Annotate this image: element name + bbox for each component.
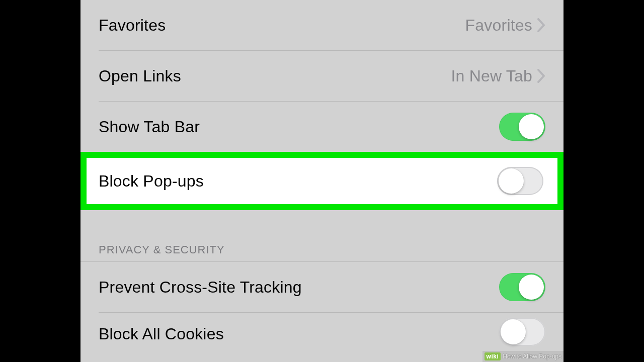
toggle-knob bbox=[501, 319, 526, 344]
section-gap bbox=[80, 210, 564, 243]
row-value: Favorites bbox=[465, 16, 532, 35]
row-label: Prevent Cross-Site Tracking bbox=[99, 278, 302, 297]
highlight-block-popups: Block Pop-ups bbox=[80, 152, 564, 210]
settings-row-prevent-tracking: Prevent Cross-Site Tracking bbox=[80, 262, 564, 312]
watermark-text: How to Allow Pop-ups bbox=[503, 353, 561, 360]
toggle-show-tab-bar[interactable] bbox=[499, 113, 545, 141]
section-header-privacy: PRIVACY & SECURITY bbox=[80, 243, 564, 261]
row-label: Show Tab Bar bbox=[99, 118, 200, 136]
row-value: In New Tab bbox=[451, 67, 533, 85]
toggle-block-cookies[interactable] bbox=[499, 318, 545, 346]
settings-row-favorites[interactable]: Favorites Favorites bbox=[80, 0, 564, 50]
watermark: wiki How to Allow Pop-ups bbox=[482, 351, 564, 362]
row-label: Block Pop-ups bbox=[99, 172, 204, 191]
settings-row-open-links[interactable]: Open Links In New Tab bbox=[80, 51, 564, 101]
toggle-knob bbox=[519, 114, 544, 139]
wikihow-logo: wiki bbox=[485, 352, 501, 360]
settings-row-block-cookies: Block All Cookies bbox=[80, 313, 564, 343]
toggle-block-popups[interactable] bbox=[497, 167, 543, 195]
chevron-right-icon bbox=[537, 69, 545, 83]
row-label: Favorites bbox=[99, 16, 166, 35]
toggle-knob bbox=[519, 275, 544, 300]
row-value-group: Favorites bbox=[465, 16, 545, 35]
settings-screen: Favorites Favorites Open Links In New Ta… bbox=[80, 0, 564, 362]
toggle-knob bbox=[499, 168, 524, 194]
settings-row-block-popups: Block Pop-ups bbox=[87, 158, 557, 204]
row-label: Block All Cookies bbox=[99, 325, 224, 343]
row-value-group: In New Tab bbox=[451, 67, 546, 85]
toggle-prevent-tracking[interactable] bbox=[499, 273, 545, 301]
chevron-right-icon bbox=[537, 18, 545, 32]
settings-row-show-tab-bar: Show Tab Bar bbox=[80, 102, 564, 152]
row-label: Open Links bbox=[99, 67, 181, 85]
